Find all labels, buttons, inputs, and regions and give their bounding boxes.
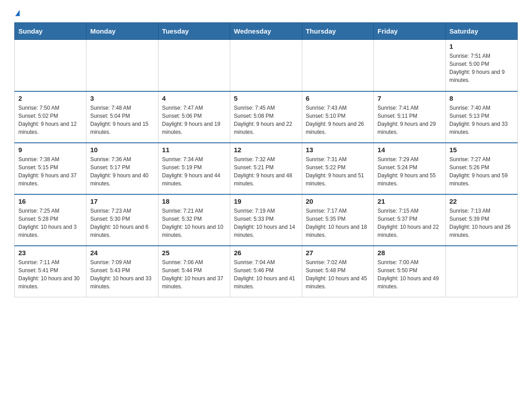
day-info: Sunrise: 7:34 AM Sunset: 5:19 PM Dayligh…: [162, 155, 226, 188]
day-info: Sunrise: 7:27 AM Sunset: 5:26 PM Dayligh…: [450, 155, 514, 188]
week-row-5: 23Sunrise: 7:11 AM Sunset: 5:41 PM Dayli…: [15, 246, 518, 297]
day-number: 8: [450, 94, 514, 102]
day-number: 25: [162, 249, 226, 257]
day-info: Sunrise: 7:29 AM Sunset: 5:24 PM Dayligh…: [378, 155, 442, 188]
day-info: Sunrise: 7:47 AM Sunset: 5:06 PM Dayligh…: [162, 104, 226, 136]
weekday-header-saturday: Saturday: [446, 23, 517, 40]
weekday-header-monday: Monday: [86, 23, 158, 40]
day-number: 6: [306, 94, 370, 102]
day-number: 13: [306, 146, 370, 154]
day-info: Sunrise: 7:11 AM Sunset: 5:41 PM Dayligh…: [18, 258, 82, 291]
day-info: Sunrise: 7:32 AM Sunset: 5:21 PM Dayligh…: [234, 155, 298, 188]
calendar-cell: 16Sunrise: 7:25 AM Sunset: 5:28 PM Dayli…: [15, 194, 86, 246]
day-info: Sunrise: 7:09 AM Sunset: 5:43 PM Dayligh…: [90, 258, 154, 291]
day-number: 22: [450, 197, 514, 205]
calendar-cell: 12Sunrise: 7:32 AM Sunset: 5:21 PM Dayli…: [230, 143, 302, 194]
calendar-cell: 15Sunrise: 7:27 AM Sunset: 5:26 PM Dayli…: [446, 143, 517, 194]
calendar-cell: [86, 40, 158, 91]
calendar-cell: 17Sunrise: 7:23 AM Sunset: 5:30 PM Dayli…: [86, 194, 158, 246]
day-number: 15: [450, 146, 514, 154]
week-row-2: 2Sunrise: 7:50 AM Sunset: 5:02 PM Daylig…: [15, 91, 518, 143]
calendar-cell: [230, 40, 302, 91]
calendar-cell: 18Sunrise: 7:21 AM Sunset: 5:32 PM Dayli…: [158, 194, 230, 246]
day-info: Sunrise: 7:17 AM Sunset: 5:35 PM Dayligh…: [306, 207, 370, 239]
day-info: Sunrise: 7:25 AM Sunset: 5:28 PM Dayligh…: [18, 207, 82, 239]
calendar-cell: 1Sunrise: 7:51 AM Sunset: 5:00 PM Daylig…: [446, 40, 517, 91]
day-info: Sunrise: 7:45 AM Sunset: 5:08 PM Dayligh…: [234, 104, 298, 136]
day-info: Sunrise: 7:04 AM Sunset: 5:46 PM Dayligh…: [234, 258, 298, 291]
week-row-1: 1Sunrise: 7:51 AM Sunset: 5:00 PM Daylig…: [15, 40, 518, 91]
weekday-header-wednesday: Wednesday: [230, 23, 302, 40]
day-number: 1: [450, 43, 514, 50]
day-info: Sunrise: 7:21 AM Sunset: 5:32 PM Dayligh…: [162, 207, 226, 239]
day-number: 10: [90, 146, 154, 154]
day-info: Sunrise: 7:23 AM Sunset: 5:30 PM Dayligh…: [90, 207, 154, 239]
day-info: Sunrise: 7:13 AM Sunset: 5:39 PM Dayligh…: [450, 207, 514, 239]
day-info: Sunrise: 7:15 AM Sunset: 5:37 PM Dayligh…: [378, 207, 442, 239]
calendar-cell: 13Sunrise: 7:31 AM Sunset: 5:22 PM Dayli…: [302, 143, 373, 194]
day-info: Sunrise: 7:38 AM Sunset: 5:15 PM Dayligh…: [18, 155, 82, 188]
day-number: 18: [162, 197, 226, 205]
day-info: Sunrise: 7:00 AM Sunset: 5:50 PM Dayligh…: [378, 258, 442, 291]
calendar-cell: 20Sunrise: 7:17 AM Sunset: 5:35 PM Dayli…: [302, 194, 373, 246]
day-info: Sunrise: 7:06 AM Sunset: 5:44 PM Dayligh…: [162, 258, 226, 291]
calendar-cell: 24Sunrise: 7:09 AM Sunset: 5:43 PM Dayli…: [86, 246, 158, 297]
calendar-cell: [446, 246, 517, 297]
calendar-cell: [158, 40, 230, 91]
calendar-cell: 8Sunrise: 7:40 AM Sunset: 5:13 PM Daylig…: [446, 91, 517, 143]
day-number: 27: [306, 249, 370, 257]
weekday-header-tuesday: Tuesday: [158, 23, 230, 40]
calendar-cell: 14Sunrise: 7:29 AM Sunset: 5:24 PM Dayli…: [374, 143, 446, 194]
calendar-cell: 28Sunrise: 7:00 AM Sunset: 5:50 PM Dayli…: [374, 246, 446, 297]
day-number: 5: [234, 94, 298, 102]
day-info: Sunrise: 7:43 AM Sunset: 5:10 PM Dayligh…: [306, 104, 370, 136]
day-info: Sunrise: 7:51 AM Sunset: 5:00 PM Dayligh…: [450, 52, 514, 84]
day-number: 3: [90, 94, 154, 102]
day-number: 2: [18, 94, 82, 102]
calendar-cell: 22Sunrise: 7:13 AM Sunset: 5:39 PM Dayli…: [446, 194, 517, 246]
calendar-cell: 10Sunrise: 7:36 AM Sunset: 5:17 PM Dayli…: [86, 143, 158, 194]
week-row-3: 9Sunrise: 7:38 AM Sunset: 5:15 PM Daylig…: [15, 143, 518, 194]
day-number: 4: [162, 94, 226, 102]
day-info: Sunrise: 7:19 AM Sunset: 5:33 PM Dayligh…: [234, 207, 298, 239]
calendar-cell: 7Sunrise: 7:41 AM Sunset: 5:11 PM Daylig…: [374, 91, 446, 143]
calendar-cell: 6Sunrise: 7:43 AM Sunset: 5:10 PM Daylig…: [302, 91, 373, 143]
calendar-cell: 25Sunrise: 7:06 AM Sunset: 5:44 PM Dayli…: [158, 246, 230, 297]
calendar-cell: [374, 40, 446, 91]
day-number: 11: [162, 146, 226, 154]
calendar-cell: 2Sunrise: 7:50 AM Sunset: 5:02 PM Daylig…: [15, 91, 86, 143]
day-info: Sunrise: 7:36 AM Sunset: 5:17 PM Dayligh…: [90, 155, 154, 188]
calendar-cell: [302, 40, 373, 91]
logo-triangle-icon: [15, 10, 20, 16]
day-number: 12: [234, 146, 298, 154]
day-info: Sunrise: 7:31 AM Sunset: 5:22 PM Dayligh…: [306, 155, 370, 188]
calendar-cell: 3Sunrise: 7:48 AM Sunset: 5:04 PM Daylig…: [86, 91, 158, 143]
calendar-cell: 23Sunrise: 7:11 AM Sunset: 5:41 PM Dayli…: [15, 246, 86, 297]
logo: [14, 11, 20, 17]
day-number: 7: [378, 94, 442, 102]
day-number: 23: [18, 249, 82, 257]
day-number: 17: [90, 197, 154, 205]
day-info: Sunrise: 7:40 AM Sunset: 5:13 PM Dayligh…: [450, 104, 514, 136]
calendar-cell: 21Sunrise: 7:15 AM Sunset: 5:37 PM Dayli…: [374, 194, 446, 246]
day-number: 21: [378, 197, 442, 205]
calendar-cell: 5Sunrise: 7:45 AM Sunset: 5:08 PM Daylig…: [230, 91, 302, 143]
day-number: 9: [18, 146, 82, 154]
day-info: Sunrise: 7:50 AM Sunset: 5:02 PM Dayligh…: [18, 104, 82, 136]
day-number: 20: [306, 197, 370, 205]
day-number: 16: [18, 197, 82, 205]
calendar-cell: 11Sunrise: 7:34 AM Sunset: 5:19 PM Dayli…: [158, 143, 230, 194]
weekday-header-sunday: Sunday: [15, 23, 86, 40]
calendar-cell: 19Sunrise: 7:19 AM Sunset: 5:33 PM Dayli…: [230, 194, 302, 246]
weekday-header-thursday: Thursday: [302, 23, 373, 40]
calendar-cell: 4Sunrise: 7:47 AM Sunset: 5:06 PM Daylig…: [158, 91, 230, 143]
day-info: Sunrise: 7:41 AM Sunset: 5:11 PM Dayligh…: [378, 104, 442, 136]
page-header: [14, 11, 518, 17]
weekday-header-friday: Friday: [374, 23, 446, 40]
day-number: 28: [378, 249, 442, 257]
calendar-cell: [15, 40, 86, 91]
week-row-4: 16Sunrise: 7:25 AM Sunset: 5:28 PM Dayli…: [15, 194, 518, 246]
day-number: 26: [234, 249, 298, 257]
calendar-cell: 27Sunrise: 7:02 AM Sunset: 5:48 PM Dayli…: [302, 246, 373, 297]
day-info: Sunrise: 7:48 AM Sunset: 5:04 PM Dayligh…: [90, 104, 154, 136]
